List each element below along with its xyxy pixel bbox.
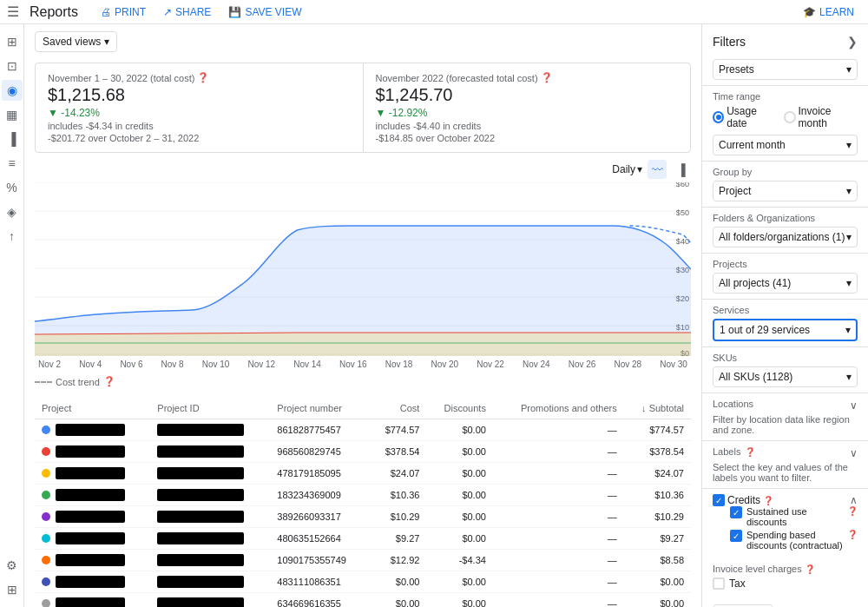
share-icon: ↗ [163,6,172,18]
help-icon-invoice[interactable]: ❓ [805,564,815,574]
card1-sub2: -$201.72 over October 2 – 31, 2022 [48,133,351,143]
folders-select[interactable]: All folders/organizations (1) ▾ [713,227,858,247]
current-month-chevron-icon: ▾ [846,139,852,151]
sidebar-percent-icon[interactable]: % [2,177,23,198]
group-by-select[interactable]: Project ▾ [713,181,858,201]
col-cost: Cost [369,398,426,419]
discounts-checkbox[interactable]: ✓ [713,494,725,506]
table-row: 861828775457$774.57$0.00—$774.57 [35,419,691,441]
table-row: 968560829745$378.54$0.00—$378.54 [35,441,691,463]
group-by-section: Group by Project ▾ [702,161,868,207]
help-icon-sustained[interactable]: ❓ [847,506,858,516]
presets-section: Presets ▾ [702,56,868,85]
labels-expand-icon[interactable]: ∨ [850,447,858,459]
labels-title: Labels ❓ [713,446,755,457]
help-icon-card2[interactable]: ❓ [541,72,553,83]
table-row: 483111086351$0.00$0.00—$0.00 [35,571,691,593]
sidebar-list-icon[interactable]: ≡ [2,153,23,174]
sustained-discount-checkbox[interactable]: ✓ Sustained use discounts ❓ [730,506,858,527]
chevron-down-icon: ▾ [104,36,109,48]
services-chevron-icon: ▾ [845,324,851,336]
filter-collapse-button[interactable]: ❯ [847,35,858,49]
sidebar-tag-icon[interactable]: ◈ [2,201,23,222]
help-icon-spending[interactable]: ❓ [847,530,858,539]
col-discounts: Discounts [426,398,493,419]
card1-sub1: includes -$4.34 in credits [48,121,351,131]
projects-section: Projects All projects (41) ▾ [702,253,868,299]
credits-sub-checkboxes: ✓ Sustained use discounts ❓ ✓ Spending b… [713,506,858,551]
sort-icon: ↓ [641,403,647,413]
skus-section: SKUs All SKUs (1128) ▾ [702,346,868,393]
time-range-section: Time range Usage date Invoice month Curr… [702,85,868,161]
hamburger-icon[interactable]: ☰ [7,3,19,20]
skus-select[interactable]: All SKUs (1128) ▾ [713,366,858,387]
sidebar-chart-icon[interactable]: ▐ [2,129,23,149]
tax-checkbox[interactable]: Tax [713,577,858,590]
folders-chevron-icon: ▾ [846,231,852,243]
sidebar-home-icon[interactable]: ⊞ [2,31,23,52]
chart-area: $60 $50 $40 $30 $20 $10 $0 [35,182,691,356]
invoice-month-radio[interactable]: Invoice month [784,105,858,129]
card2-amount: $1,245.70 [376,85,679,105]
summary-cards: November 1 – 30, 2022 (total cost) ❓ $1,… [35,63,691,153]
tax-checkbox-box[interactable] [713,577,725,590]
spending-discount-checkbox[interactable]: ✓ Spending based discounts (contractual)… [730,530,858,551]
help-icon-credits[interactable]: ❓ [763,496,773,505]
services-title: Services [713,305,858,315]
skus-chevron-icon: ▾ [846,371,852,383]
table-row: 389266093317$10.29$0.00—$10.29 [35,506,691,528]
sidebar-table-icon[interactable]: ▦ [2,104,23,125]
skus-title: SKUs [713,353,858,363]
current-month-select[interactable]: Current month ▾ [713,135,858,155]
svg-text:$40: $40 [676,237,689,246]
col-project-id: Project ID [150,398,270,419]
x-axis: Nov 2 Nov 4 Nov 6 Nov 8 Nov 10 Nov 12 No… [35,360,691,369]
table-row: 478179185095$24.07$0.00—$24.07 [35,463,691,485]
sidebar-upload-icon[interactable]: ↑ [2,226,23,247]
credits-section: ✓ Credits ❓ ∧ ✓ Sustained use discounts … [702,488,868,558]
locations-expand-icon[interactable]: ∨ [850,399,858,412]
col-promotions: Promotions and others [493,398,624,419]
card1-title: November 1 – 30, 2022 (total cost) ❓ [48,72,351,83]
help-icon-trend[interactable]: ❓ [103,376,115,387]
card2-sub2: -$184.85 over October 2022 [376,133,679,143]
sidebar-settings-icon[interactable]: ⚙ [2,555,23,576]
table-row: 1090175355749$12.92-$4.34—$8.58 [35,550,691,571]
time-range-radio-group: Usage date Invoice month [713,105,858,129]
app-layout: ⊞ ⊡ ◉ ▦ ▐ ≡ % ◈ ↑ ⚙ ⊞ Saved views ▾ Nove… [0,24,868,607]
sidebar-billing-icon[interactable]: ◉ [2,80,23,101]
sidebar-bottom-icon[interactable]: ⊞ [2,579,23,600]
services-select[interactable]: 1 out of 29 services ▾ [713,319,858,341]
locations-desc: Filter by location data like region and … [713,414,858,435]
help-icon-card1[interactable]: ❓ [197,72,209,83]
sidebar-dashboard-icon[interactable]: ⊡ [2,56,23,76]
data-table: Project Project ID Project number Cost D… [35,398,691,607]
credits-collapse-icon[interactable]: ∧ [850,494,858,506]
cost-trend-legend: Cost trend ❓ [35,376,691,387]
col-subtotal[interactable]: ↓ Subtotal [624,398,691,419]
bar-chart-button[interactable]: ▐ [672,160,691,179]
chart-controls: Daily ▾ 〰 ▐ [35,160,691,179]
table-row: 183234369009$10.36$0.00—$10.36 [35,485,691,506]
summary-card-actual: November 1 – 30, 2022 (total cost) ❓ $1,… [36,63,364,152]
print-button[interactable]: 🖨 PRINT [95,4,151,20]
svg-text:$50: $50 [676,208,689,217]
save-view-button[interactable]: 💾 SAVE VIEW [223,4,306,20]
col-project-number: Project number [270,398,369,419]
help-icon-labels[interactable]: ❓ [745,447,755,457]
period-select[interactable]: Daily ▾ [612,163,642,175]
projects-select[interactable]: All projects (41) ▾ [713,273,858,294]
learn-icon: 🎓 [803,6,816,18]
share-button[interactable]: ↗ SHARE [158,4,216,20]
usage-date-radio[interactable]: Usage date [713,105,775,129]
projects-chevron-icon: ▾ [846,277,852,289]
main-content: Saved views ▾ November 1 – 30, 2022 (tot… [24,24,701,607]
learn-button[interactable]: 🎓 LEARN [796,4,861,20]
trend-dash-icon [35,381,52,383]
group-by-chevron-icon: ▾ [846,185,852,197]
saved-views-select[interactable]: Saved views ▾ [35,31,117,52]
table-row: 634669616355$0.00$0.00—$0.00 [35,593,691,608]
locations-title: Locations [713,399,753,409]
line-chart-button[interactable]: 〰 [648,160,667,179]
presets-select[interactable]: Presets ▾ [713,59,858,80]
